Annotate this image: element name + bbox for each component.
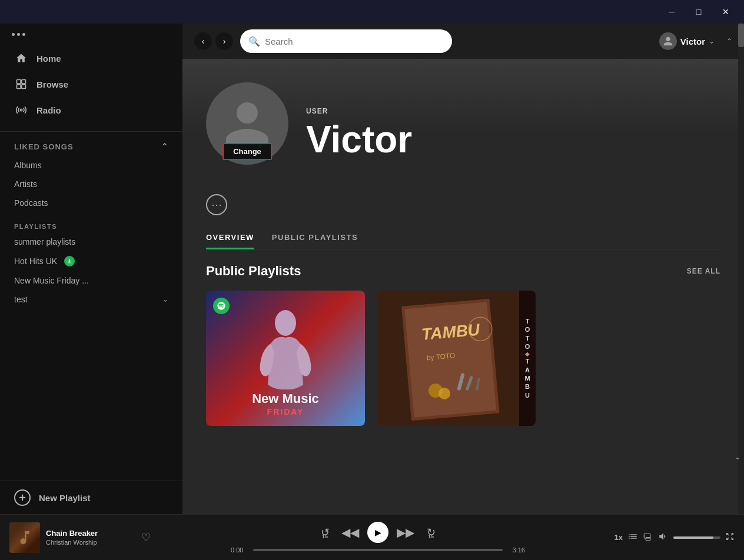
liked-songs-label: Liked Songs — [14, 142, 74, 151]
next-button[interactable]: ▶▶ — [397, 525, 414, 539]
title-bar: ─ □ ✕ — [0, 0, 744, 24]
radio-icon — [14, 103, 28, 117]
see-all-button[interactable]: SEE ALL — [687, 267, 720, 275]
playlists-section-header: Public Playlists SEE ALL — [206, 264, 720, 279]
card-overlay-1: New Music FRIDAY — [206, 291, 365, 426]
scroll-down-icon: ⌄ — [735, 453, 740, 461]
volume-button[interactable] — [658, 531, 669, 544]
playlist-card-new-music-friday[interactable]: New Music FRIDAY — [206, 291, 365, 426]
library-item-artists[interactable]: Artists — [0, 175, 182, 194]
albums-label: Albums — [14, 161, 42, 170]
change-photo-button[interactable]: Change — [222, 143, 272, 160]
sidebar-menu-dots[interactable] — [12, 33, 25, 36]
toto-side-text: T O T O ◆ T A M B U — [519, 291, 536, 426]
profile-info: USER Victor — [306, 107, 720, 165]
now-playing: Chain Breaker Christian Worship ♡ — [9, 522, 151, 553]
playlist-item-summer[interactable]: summer playlists — [0, 232, 182, 251]
new-music-friday-label: New Music Friday ... — [14, 276, 89, 285]
sidebar-item-browse[interactable]: Browse — [0, 71, 182, 97]
playback-speed-button[interactable]: 1x — [615, 533, 623, 542]
sidebar-item-radio[interactable]: Radio — [0, 97, 182, 123]
dot-3 — [22, 33, 25, 36]
heart-button[interactable]: ♡ — [141, 531, 151, 544]
chevron-up-icon: ⌃ — [161, 141, 168, 152]
playlist-item-hot-hits[interactable]: Hot Hits UK — [0, 251, 182, 271]
sidebar-item-home[interactable]: Home — [0, 45, 182, 71]
main-scrollbar-thumb[interactable] — [738, 24, 744, 47]
album-art — [9, 522, 40, 553]
toto-ta: T — [526, 357, 530, 365]
expand-button[interactable] — [725, 532, 735, 543]
toto-o1: O — [525, 325, 530, 334]
bottom-player: Chain Breaker Christian Worship ♡ ↺ 15 ◀… — [0, 514, 744, 560]
previous-button[interactable]: ◀◀ — [341, 525, 359, 539]
browse-icon — [14, 77, 28, 91]
playlists-grid: New Music FRIDAY — [206, 291, 720, 426]
player-right-controls: 1x — [605, 531, 735, 544]
card-1-title-sub: FRIDAY — [267, 407, 304, 416]
library-section-header[interactable]: Liked Songs ⌃ — [0, 134, 182, 156]
sidebar-divider-1 — [0, 131, 182, 132]
svg-rect-18 — [646, 538, 650, 541]
browse-label: Browse — [36, 79, 68, 89]
search-input[interactable] — [265, 36, 444, 46]
scroll-up-icon: ⌃ — [726, 38, 732, 45]
control-buttons: ↺ 15 ◀◀ ▶ ▶▶ ↻ 15 — [317, 522, 439, 543]
svg-rect-1 — [22, 80, 26, 84]
content-scroll[interactable]: ⋯ OVERVIEW PUBLIC PLAYLISTS Public Playl… — [182, 182, 744, 514]
close-button[interactable]: ✕ — [712, 2, 739, 21]
profile-name: Victor — [306, 119, 720, 160]
top-nav: ‹ › 🔍 Victor ⌄ ⌃ — [182, 24, 744, 59]
profile-avatar-wrap: Change — [206, 82, 288, 165]
playlist-card-toto-tambu[interactable]: TAMBU by TOTO — [377, 291, 536, 426]
new-playlist-button[interactable]: + New Playlist — [0, 481, 182, 514]
play-button[interactable]: ▶ — [367, 522, 388, 543]
nav-arrows: ‹ › — [194, 32, 233, 50]
toto-t2: T — [526, 334, 530, 342]
search-bar[interactable]: 🔍 — [240, 29, 452, 53]
main-scrollbar-track — [738, 24, 744, 514]
more-options-button[interactable]: ⋯ — [206, 194, 227, 215]
radio-label: Radio — [36, 105, 61, 115]
artists-label: Artists — [14, 179, 37, 189]
toto-u: U — [525, 391, 530, 399]
tabs-bar: OVERVIEW PUBLIC PLAYLISTS — [206, 227, 720, 249]
new-playlist-label: New Playlist — [39, 493, 91, 503]
toto-mb: M — [524, 374, 530, 382]
progress-track[interactable] — [253, 549, 503, 551]
forward-button[interactable]: › — [215, 32, 233, 50]
tab-overview[interactable]: OVERVIEW — [206, 227, 254, 249]
tab-public-playlists[interactable]: PUBLIC PLAYLISTS — [272, 227, 358, 249]
maximize-button[interactable]: □ — [685, 2, 712, 21]
progress-bar[interactable]: 0:00 3:16 — [231, 546, 525, 554]
skip-back-15-button[interactable]: ↺ 15 — [317, 524, 333, 541]
toto-am: A — [525, 366, 530, 374]
playlist-item-new-music-friday[interactable]: New Music Friday ... — [0, 271, 182, 290]
library-item-podcasts[interactable]: Podcasts — [0, 194, 182, 212]
dot-1 — [12, 33, 15, 36]
volume-fill — [673, 536, 713, 539]
user-avatar-icon — [659, 32, 677, 50]
toto-bu: B — [525, 382, 530, 391]
volume-bar[interactable] — [673, 536, 720, 539]
queue-button[interactable] — [627, 531, 638, 544]
minimize-button[interactable]: ─ — [658, 2, 685, 21]
user-area[interactable]: Victor ⌄ — [659, 32, 715, 50]
song-title: Chain Breaker — [46, 529, 135, 538]
album-art-icon — [16, 529, 34, 546]
devices-button[interactable] — [643, 531, 653, 544]
home-icon — [14, 51, 28, 65]
skip-forward-15-button[interactable]: ↻ 15 — [423, 524, 439, 541]
home-label: Home — [36, 54, 61, 64]
library-item-albums[interactable]: Albums — [0, 156, 182, 175]
svg-rect-2 — [17, 85, 21, 89]
playlist-item-test[interactable]: test ⌄ — [0, 290, 182, 309]
toto-album-art: TAMBU by TOTO — [377, 291, 536, 426]
back-button[interactable]: ‹ — [194, 32, 212, 50]
toto-o2: O — [525, 342, 530, 351]
time-total: 3:16 — [507, 546, 525, 554]
public-playlists-title: Public Playlists — [206, 264, 301, 279]
user-name-label: Victor — [680, 36, 705, 46]
playlist-items-list: summer playlists Hot Hits UK New Music F… — [0, 232, 182, 481]
svg-rect-0 — [17, 80, 21, 84]
